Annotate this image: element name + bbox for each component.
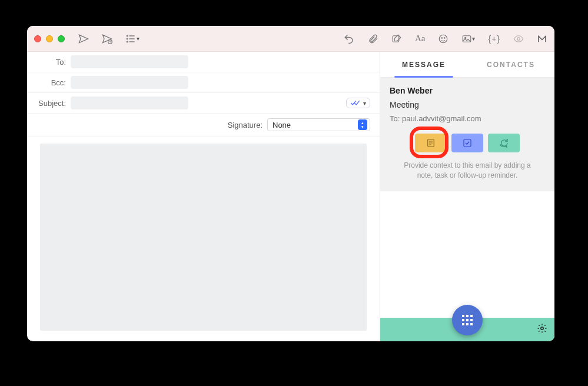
subject-input[interactable] [71,96,188,109]
image-icon[interactable]: ▾ [461,34,475,44]
svg-point-8 [440,35,448,43]
svg-point-2 [127,38,128,39]
add-note-button[interactable] [415,134,447,152]
read-receipt-toggle[interactable]: ▾ [346,98,370,108]
to-label: To: [36,58,71,66]
message-subject: Meeting [390,100,545,109]
bcc-row: Bcc: [27,72,380,93]
bcc-label: Bcc: [36,78,71,87]
compose-edit-icon[interactable] [391,34,402,44]
compose-pane: To: Bcc: Subject: ▾ Signature: None [27,52,380,341]
template-icon[interactable]: {+} [488,34,500,44]
subject-label: Subject: [36,99,71,108]
bcc-input[interactable] [71,76,188,89]
message-from: Ben Weber [390,86,545,95]
titlebar: ▾ Aa ▾ {+} [27,26,554,52]
window-body: To: Bcc: Subject: ▾ Signature: None [27,52,554,341]
eye-icon[interactable] [513,34,524,44]
zoom-window-button[interactable] [58,35,65,42]
sidebar-tabs: Message Contacts [380,52,554,78]
chevron-down-icon: ▾ [137,35,139,42]
svg-point-9 [441,37,443,38]
chevron-down-icon: ▾ [472,35,475,42]
to-input[interactable] [71,55,188,68]
settings-icon[interactable] [537,323,547,336]
text-format-icon[interactable]: Aa [415,34,426,44]
list-icon[interactable]: ▾ [125,33,139,45]
svg-point-1 [127,35,128,36]
undo-icon[interactable] [343,33,355,45]
signature-label: Signature: [228,121,263,129]
svg-point-19 [541,327,544,330]
window-controls [34,35,65,42]
minimize-window-button[interactable] [46,35,53,42]
send-icon[interactable] [78,33,89,45]
chevron-down-icon: ▾ [363,100,366,107]
context-action-row [390,134,545,152]
editor-wrap [27,137,380,341]
svg-point-13 [517,37,520,40]
apps-button[interactable] [452,305,483,335]
svg-rect-18 [464,139,471,147]
toolbar-left: ▾ [78,33,139,45]
context-sidebar: Message Contacts Ben Weber Meeting To: p… [380,52,554,341]
svg-point-3 [127,41,128,42]
tab-contacts[interactable]: Contacts [467,52,554,77]
message-body-editor[interactable] [40,144,367,331]
signature-row: Signature: None ▴▾ [27,114,380,137]
attachment-icon[interactable] [368,34,378,44]
brand-m-icon[interactable] [537,34,547,44]
compose-window: ▾ Aa ▾ {+} [27,26,554,341]
add-task-button[interactable] [451,134,483,152]
message-card: Ben Weber Meeting To: paul.advvit@gmail.… [380,78,554,191]
svg-point-10 [444,37,446,38]
tab-message[interactable]: Message [380,52,467,77]
close-window-button[interactable] [34,35,41,42]
send-later-icon[interactable] [101,33,113,45]
grid-icon [462,315,473,325]
to-row: To: [27,52,380,72]
add-followup-button[interactable] [488,134,520,152]
context-hint: Provide context to this email by adding … [390,161,545,181]
stepper-icon: ▴▾ [358,119,367,130]
toolbar-right: Aa ▾ {+} [343,33,547,45]
message-to: To: paul.advvit@gmail.com [390,114,545,123]
signature-value: None [273,121,291,129]
sidebar-footer [380,318,554,341]
emoji-icon[interactable] [438,34,449,44]
signature-select[interactable]: None ▴▾ [267,118,370,131]
subject-row: Subject: ▾ [27,93,380,114]
